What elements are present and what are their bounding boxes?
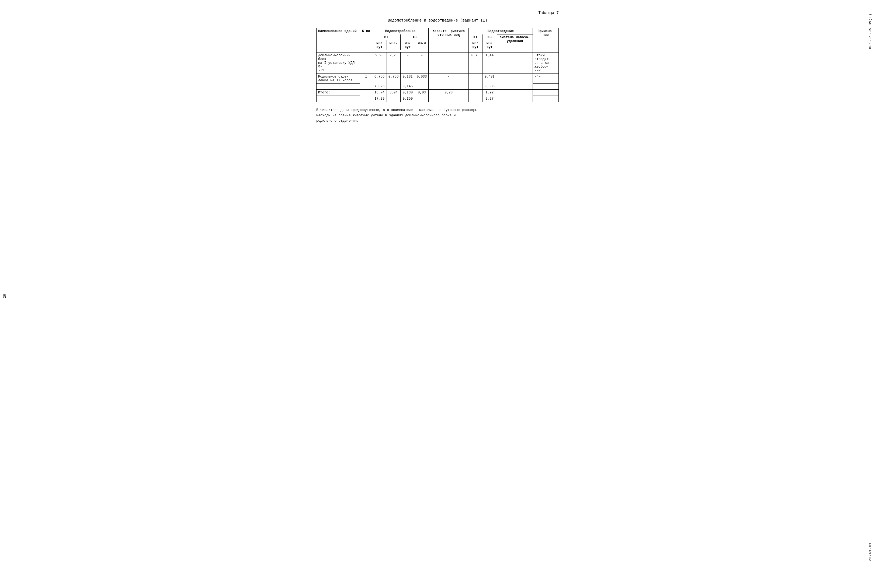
cell-bi-m3ch-2: 0,756 <box>387 74 401 84</box>
header-prim: Примеча- ние <box>533 28 559 52</box>
page-container: 801-01-95.89(I) 26 23761-01 Таблица 7 Во… <box>316 11 559 124</box>
header-name: Наименование зданий <box>317 28 360 52</box>
cell-char-1 <box>428 52 469 74</box>
cell-prim-3 <box>533 90 559 96</box>
cell-prim-3b <box>533 96 559 102</box>
cell-tz-m3ch-3b <box>415 96 428 102</box>
cell-tz-m3sut-2a: 0,I3I <box>400 74 415 84</box>
cell-sistema-3 <box>497 90 532 96</box>
header-bi-m3ch: м3/ч <box>387 40 401 50</box>
header-k3: КЗ <box>482 34 497 40</box>
footnote-line1: В числителе даны среднесуточные, а в зна… <box>316 107 559 113</box>
cell-k3-3a: I,92 <box>482 90 497 96</box>
header-vodoatv: Водоотведение <box>469 28 532 34</box>
cell-bi-m3sut-2b: 7,326 <box>372 84 386 90</box>
cell-tz-m3sut-3a: 0,I30 <box>400 90 415 96</box>
cell-bi-m3ch-3b <box>387 96 401 102</box>
cell-char-2b <box>428 84 469 90</box>
cell-kvo-3b <box>360 96 372 102</box>
header-char: Характе- ристика сточных вод <box>428 28 469 52</box>
footnote: В числителе даны среднесуточные, а в зна… <box>316 107 559 124</box>
table-row: Итого: I6,74 3,04 0,I30 0,03 0,78 I,92 <box>317 90 559 96</box>
footnote-line2: Расходы на поение животных учтены в здан… <box>316 113 559 118</box>
main-table: Наименование зданий К-во Водопотребление… <box>316 28 559 102</box>
footnote-line3: родильного отделения. <box>316 118 559 124</box>
header-k3-empty <box>482 50 497 52</box>
cell-tz-m3ch-3: 0,03 <box>415 90 428 96</box>
header-empty-span <box>372 50 428 52</box>
side-text-top: 801-01-95.89(I) <box>868 14 872 49</box>
cell-char-3b <box>428 96 469 102</box>
cell-tz-m3ch-1: – <box>415 52 428 74</box>
cell-name-2b <box>317 84 360 90</box>
table-subrow: I7,29 0,I50 2,27 <box>317 96 559 102</box>
cell-kvo-2b <box>360 84 372 90</box>
cell-kvo-2: I <box>360 74 372 84</box>
cell-tz-m3sut-2b: 0,I45 <box>400 84 415 90</box>
cell-char-2: – <box>428 74 469 84</box>
cell-bi-m3ch-3: 3,04 <box>387 90 401 96</box>
page-number: 26 <box>3 294 7 298</box>
cell-bi-m3ch-1: 2,28 <box>387 52 401 74</box>
table-subrow: 7,326 0,I45 0,836 <box>317 84 559 90</box>
cell-tz-m3ch-2: 0,033 <box>415 74 428 84</box>
header-kvo: К-во <box>360 28 372 52</box>
cell-sistema-2b <box>497 84 532 90</box>
cell-tz-m3ch-2b <box>415 84 428 90</box>
header-k3-sub: м3/сут <box>482 40 497 50</box>
header-bi: BI <box>372 34 400 40</box>
cell-bi-m3sut-3b: I7,29 <box>372 96 386 102</box>
cell-bi-m3sut-1: 9,98 <box>372 52 386 74</box>
cell-k1-1: 0,78 <box>469 52 482 74</box>
cell-kvo-1: I <box>360 52 372 74</box>
header-tz-m3sut: м3/сут <box>400 40 415 50</box>
cell-kvo-3 <box>360 90 372 96</box>
cell-bi-m3ch-2b <box>387 84 401 90</box>
cell-k3-3b: 2,27 <box>482 96 497 102</box>
cell-name-3: Итого: <box>317 90 360 96</box>
side-text-bottom: 23761-01 <box>868 542 872 561</box>
header-tz: ТЗ <box>400 34 428 40</box>
header-bi-m3sut: м3/сут <box>372 40 386 50</box>
table-row: Доильно-молочний блокна I установку УДЛ-… <box>317 52 559 74</box>
cell-name-3b <box>317 96 360 102</box>
cell-name-2: Родильное отде-ление на I7 коров <box>317 74 360 84</box>
header-vodo: Водопотребление <box>372 28 428 34</box>
table-number: Таблица 7 <box>316 11 559 15</box>
header-k1-empty <box>469 50 482 52</box>
cell-k3-2b: 0,836 <box>482 84 497 90</box>
cell-char-3: 0,78 <box>428 90 469 96</box>
cell-bi-m3sut-3a: I6,74 <box>372 90 386 96</box>
header-k1: КI <box>469 34 482 40</box>
cell-tz-m3sut-3b: 0,I50 <box>400 96 415 102</box>
cell-tz-m3sut-1: – <box>400 52 415 74</box>
table-title: Водопотребление и водоотведение (вариант… <box>316 18 559 22</box>
cell-k3-1: I,44 <box>482 52 497 74</box>
cell-sistema-2 <box>497 74 532 84</box>
cell-sistema-1 <box>497 52 532 74</box>
cell-bi-m3sut-2a: 6,756 <box>372 74 386 84</box>
cell-sistema-3b <box>497 96 532 102</box>
cell-prim-2: –"– <box>533 74 559 84</box>
cell-k1-2 <box>469 74 482 84</box>
header-k1-sub: м3/сут <box>469 40 482 50</box>
cell-k1-2b <box>469 84 482 90</box>
table-row: Родильное отде-ление на I7 коров I 6,756… <box>317 74 559 84</box>
cell-prim-1: Стоки отводят-ся в жи-жесбор-ник <box>533 52 559 74</box>
cell-k1-3b <box>469 96 482 102</box>
cell-k3-2a: 0,48I <box>482 74 497 84</box>
header-tz-m3ch: м3/ч <box>415 40 428 50</box>
header-sistema: система навозо- удаления <box>497 34 532 52</box>
header-row-1: Наименование зданий К-во Водопотребление… <box>317 28 559 34</box>
cell-prim-2b <box>533 84 559 90</box>
cell-k1-3 <box>469 90 482 96</box>
cell-name-1: Доильно-молочний блокна I установку УДЛ-… <box>317 52 360 74</box>
